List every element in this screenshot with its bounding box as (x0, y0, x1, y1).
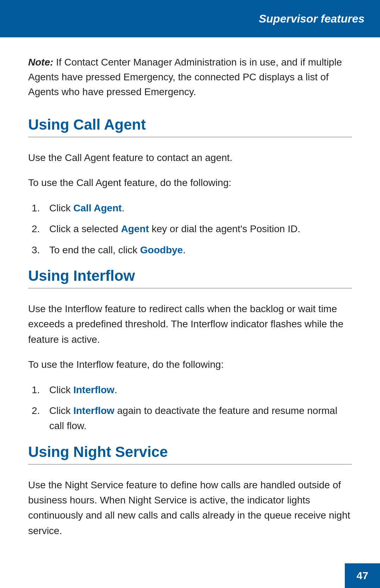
list-num: 2. (32, 221, 40, 236)
heading-night-service: Using Night Service (28, 444, 352, 465)
main-content: Note: If Contact Center Manager Administ… (0, 37, 380, 576)
interflow-para-2: To use the Interflow feature, do the fol… (28, 357, 352, 372)
call-agent-list: 1. Click Call Agent. 2. Click a selected… (28, 200, 352, 258)
night-service-para-1: Use the Night Service feature to define … (28, 477, 352, 539)
call-agent-para-1: Use the Call Agent feature to contact an… (28, 150, 352, 165)
section-interflow: Using Interflow Use the Interflow featur… (28, 267, 352, 434)
list-item: 1. Click Interflow. (28, 382, 352, 397)
page-number: 47 (345, 563, 380, 588)
call-agent-link: Call Agent (73, 203, 121, 213)
list-num: 3. (32, 242, 40, 258)
list-item: 2. Click Interflow again to deactivate t… (28, 403, 352, 434)
call-agent-para-2: To use the Call Agent feature, do the fo… (28, 175, 352, 190)
note-text: If Contact Center Manager Administration… (28, 57, 342, 97)
heading-interflow: Using Interflow (28, 267, 352, 289)
note-label: Note: (28, 57, 53, 68)
list-item: 3. To end the call, click Goodbye. (28, 242, 352, 258)
interflow-link-2: Interflow (73, 405, 114, 416)
interflow-list: 1. Click Interflow. 2. Click Interflow a… (28, 382, 352, 434)
list-num: 2. (32, 403, 40, 418)
list-num: 1. (32, 382, 40, 397)
interflow-para-1: Use the Interflow feature to redirect ca… (28, 301, 352, 347)
list-item: 2. Click a selected Agent key or dial th… (28, 221, 352, 236)
goodbye-link: Goodbye (140, 245, 183, 255)
list-num: 1. (32, 200, 40, 216)
header-bar: Supervisor features (0, 0, 380, 37)
note-block: Note: If Contact Center Manager Administ… (28, 55, 352, 99)
section-call-agent: Using Call Agent Use the Call Agent feat… (28, 116, 352, 258)
heading-call-agent: Using Call Agent (28, 116, 352, 137)
agent-link: Agent (121, 223, 149, 234)
section-night-service: Using Night Service Use the Night Servic… (28, 444, 352, 539)
page-number-label: 47 (356, 570, 368, 582)
interflow-link-1: Interflow (73, 384, 114, 395)
header-title: Supervisor features (259, 12, 365, 25)
list-item: 1. Click Call Agent. (28, 200, 352, 216)
